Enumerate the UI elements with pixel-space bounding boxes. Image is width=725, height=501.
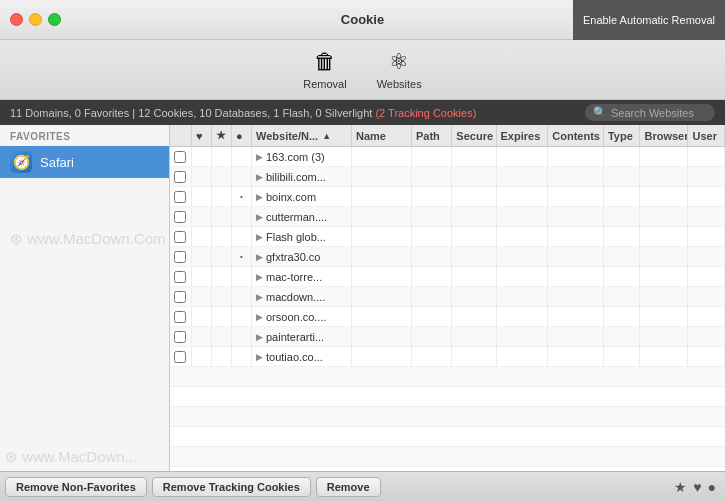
row-checkbox[interactable] <box>170 287 192 306</box>
th-browser[interactable]: Browser <box>640 125 688 146</box>
table-row[interactable]: ▶ bilibili.com... <box>170 167 725 187</box>
close-button[interactable] <box>10 13 23 26</box>
th-path[interactable]: Path <box>412 125 452 146</box>
row-website: ▶ bilibili.com... <box>252 167 352 186</box>
row-secure <box>452 147 496 166</box>
row-checkbox[interactable] <box>170 267 192 286</box>
th-star[interactable]: ★ <box>212 125 232 146</box>
row-secure <box>452 167 496 186</box>
row-checkbox[interactable] <box>170 247 192 266</box>
table-row[interactable]: ▶ 163.com (3) <box>170 147 725 167</box>
th-heart[interactable]: ♥ <box>192 125 212 146</box>
sort-arrow-icon: ▲ <box>322 131 331 141</box>
row-secure <box>452 307 496 326</box>
row-type <box>604 287 641 306</box>
maximize-button[interactable] <box>48 13 61 26</box>
row-checkbox[interactable] <box>170 207 192 226</box>
expand-icon[interactable]: ▶ <box>256 352 263 362</box>
table-row[interactable]: ▶ toutiao.co... <box>170 347 725 367</box>
circle-filter-icon[interactable]: ● <box>708 479 716 495</box>
row-checkbox[interactable] <box>170 227 192 246</box>
row-type <box>604 207 641 226</box>
row-star <box>212 167 232 186</box>
th-website[interactable]: Website/N... ▲ <box>252 125 352 146</box>
content-area: ♥ ★ ● Website/N... ▲ Name Path Secure <box>170 125 725 471</box>
row-user <box>688 147 725 166</box>
row-track <box>232 167 252 186</box>
th-name[interactable]: Name <box>352 125 412 146</box>
minimize-button[interactable] <box>29 13 42 26</box>
tracking-bullet: • <box>240 192 243 201</box>
table-row-empty <box>170 407 725 427</box>
remove-tracking-cookies-button[interactable]: Remove Tracking Cookies <box>152 477 311 497</box>
expand-icon[interactable]: ▶ <box>256 152 263 162</box>
row-fav <box>192 327 212 346</box>
expand-icon[interactable]: ▶ <box>256 332 263 342</box>
row-browser <box>640 227 688 246</box>
row-expires <box>497 227 549 246</box>
row-contents <box>548 167 604 186</box>
row-path <box>412 187 452 206</box>
tracking-bullet: • <box>240 252 243 261</box>
websites-toolbar-item[interactable]: ⚛ Websites <box>377 49 422 90</box>
expand-icon[interactable]: ▶ <box>256 192 263 202</box>
row-type <box>604 167 641 186</box>
row-checkbox[interactable] <box>170 307 192 326</box>
th-type[interactable]: Type <box>604 125 641 146</box>
expand-icon[interactable]: ▶ <box>256 272 263 282</box>
table-row[interactable]: ▶ Flash glob... <box>170 227 725 247</box>
table-row[interactable]: ▶ macdown.... <box>170 287 725 307</box>
row-checkbox[interactable] <box>170 147 192 166</box>
table-row[interactable]: ▶ orsoon.co.... <box>170 307 725 327</box>
row-checkbox[interactable] <box>170 167 192 186</box>
th-contents[interactable]: Contents <box>548 125 604 146</box>
row-name <box>352 227 412 246</box>
expand-icon[interactable]: ▶ <box>256 252 263 262</box>
circle-icon: ● <box>236 130 243 142</box>
removal-toolbar-item[interactable]: 🗑 Removal <box>303 49 346 90</box>
row-name <box>352 187 412 206</box>
remove-button[interactable]: Remove <box>316 477 381 497</box>
row-fav <box>192 207 212 226</box>
row-expires <box>497 247 549 266</box>
sidebar-item-safari[interactable]: 🧭 Safari <box>0 146 169 178</box>
table-row[interactable]: ▶ mac-torre... <box>170 267 725 287</box>
row-user <box>688 227 725 246</box>
expand-icon[interactable]: ▶ <box>256 232 263 242</box>
row-track: • <box>232 187 252 206</box>
trash-icon: 🗑 <box>314 49 336 75</box>
row-name <box>352 167 412 186</box>
row-star <box>212 347 232 366</box>
th-user[interactable]: User <box>688 125 725 146</box>
row-fav <box>192 147 212 166</box>
search-box[interactable]: 🔍 Search Websites <box>585 104 715 121</box>
star-filter-icon[interactable]: ★ <box>674 479 687 495</box>
row-name <box>352 147 412 166</box>
expand-icon[interactable]: ▶ <box>256 292 263 302</box>
row-star <box>212 327 232 346</box>
row-track <box>232 287 252 306</box>
row-expires <box>497 347 549 366</box>
row-checkbox[interactable] <box>170 187 192 206</box>
th-secure[interactable]: Secure <box>452 125 496 146</box>
th-expires[interactable]: Expires <box>497 125 549 146</box>
expand-icon[interactable]: ▶ <box>256 172 263 182</box>
table-row[interactable]: • ▶ gfxtra30.co <box>170 247 725 267</box>
row-type <box>604 307 641 326</box>
table-row[interactable]: ▶ cutterman.... <box>170 207 725 227</box>
table-row[interactable]: ▶ painterarti... <box>170 327 725 347</box>
table-row[interactable]: • ▶ boinx.com <box>170 187 725 207</box>
heart-filter-icon[interactable]: ♥ <box>693 479 701 495</box>
row-website: ▶ orsoon.co.... <box>252 307 352 326</box>
enable-automatic-removal-button[interactable]: Enable Automatic Removal <box>573 0 725 40</box>
row-website: ▶ cutterman.... <box>252 207 352 226</box>
row-fav <box>192 287 212 306</box>
row-checkbox[interactable] <box>170 347 192 366</box>
expand-icon[interactable]: ▶ <box>256 312 263 322</box>
row-website: ▶ toutiao.co... <box>252 347 352 366</box>
expand-icon[interactable]: ▶ <box>256 212 263 222</box>
remove-non-favorites-button[interactable]: Remove Non-Favorites <box>5 477 147 497</box>
row-contents <box>548 267 604 286</box>
row-checkbox[interactable] <box>170 327 192 346</box>
th-track[interactable]: ● <box>232 125 252 146</box>
